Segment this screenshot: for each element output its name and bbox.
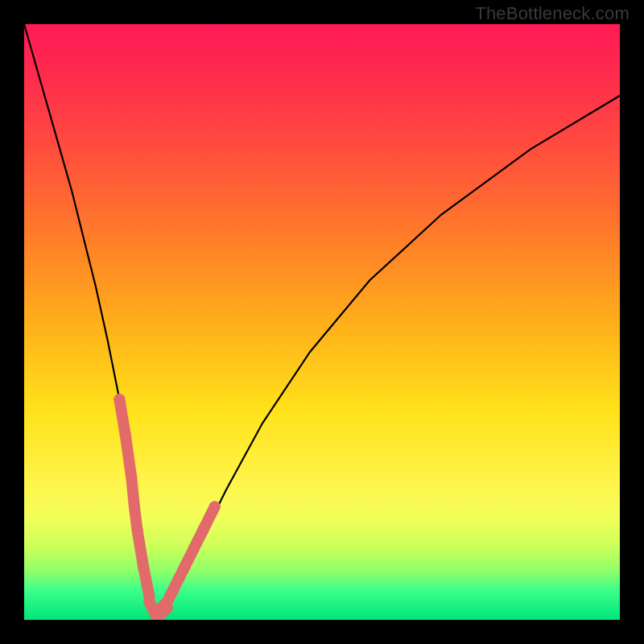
curve-marker-dot: [173, 572, 184, 584]
curve-marker-dot: [188, 543, 200, 554]
curve-marker-dot: [114, 394, 125, 405]
watermark-text: TheBottleneck.com: [475, 3, 630, 24]
curve-marker-dot: [197, 525, 208, 536]
bottleneck-curve-path: [24, 24, 620, 614]
curve-marker-dot: [129, 501, 140, 512]
curve-marker-dot: [126, 471, 137, 482]
curve-marker-segment: [126, 436, 131, 477]
curve-marker-dot: [143, 597, 155, 608]
curve-marker-dot: [209, 501, 221, 512]
curve-marker-dot: [120, 430, 131, 441]
chart-frame: TheBottleneck.com: [0, 0, 644, 644]
curve-marker-dot: [138, 560, 149, 572]
curve-marker-dot: [167, 584, 179, 596]
curve-marker-dot: [180, 560, 191, 572]
curve-marker-dot: [162, 602, 173, 613]
bottleneck-chart: [24, 24, 620, 620]
marker-group: [114, 394, 220, 619]
curve-marker-dot: [132, 525, 143, 536]
